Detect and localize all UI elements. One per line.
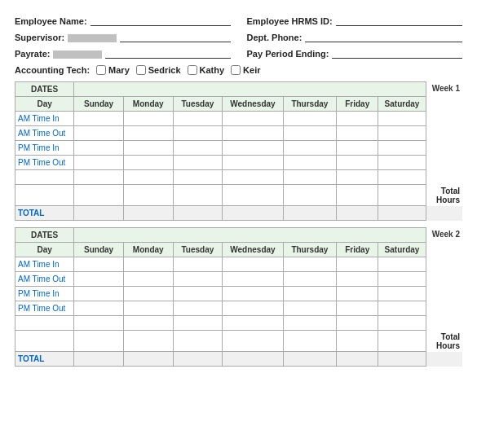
w2-total-fri[interactable] xyxy=(337,352,378,367)
w1-pmtimeout-sat[interactable] xyxy=(378,156,426,170)
w2-pmtimeout-mon[interactable] xyxy=(123,301,173,316)
w1-total-wed[interactable] xyxy=(223,206,284,221)
w1-amtimeout-thu[interactable] xyxy=(283,126,336,141)
w1-amtimein-extra xyxy=(426,112,462,126)
week2-pmtimein-row: PM Time In xyxy=(15,287,462,301)
w1-amtimein-wed[interactable] xyxy=(223,112,284,126)
w2-pmtimein-tue[interactable] xyxy=(173,287,223,301)
w1-pmtimeout-wed[interactable] xyxy=(223,156,284,170)
supervisor-field: Supervisor: xyxy=(15,31,231,44)
checkbox-sedrick-input[interactable] xyxy=(136,65,146,75)
checkbox-sedrick[interactable]: Sedrick xyxy=(136,65,181,75)
w2-amtimein-thu[interactable] xyxy=(283,257,336,272)
w1-pmtimeout-mon[interactable] xyxy=(123,156,173,170)
dept-phone-label: Dept. Phone: xyxy=(247,33,303,42)
w1-amtimein-tue[interactable] xyxy=(173,112,223,126)
employee-hrms-label: Employee HRMS ID: xyxy=(247,16,333,26)
w2-pmtimein-fri[interactable] xyxy=(337,287,378,301)
employee-hrms-field: Employee HRMS ID: xyxy=(247,15,463,28)
w1-pmtimeout-tue[interactable] xyxy=(173,156,223,170)
pay-period-label: Pay Period Ending: xyxy=(247,49,329,59)
w2-pmtimeout-tue[interactable] xyxy=(173,301,223,316)
w1-amtimeout-mon[interactable] xyxy=(123,126,173,141)
w2-total-tue[interactable] xyxy=(173,352,223,367)
w1-pmtimeout-fri[interactable] xyxy=(337,156,378,170)
week2-header-row: DATES Week 2 xyxy=(15,228,462,243)
supervisor-label: Supervisor: xyxy=(15,33,64,42)
w1-pmtimein-sat[interactable] xyxy=(378,141,426,156)
w1-total-fri[interactable] xyxy=(337,206,378,221)
w1-pmtimein-tue[interactable] xyxy=(173,141,223,156)
checkbox-mary-input[interactable] xyxy=(96,65,106,75)
w1-amtimein-thu[interactable] xyxy=(283,112,336,126)
w1-amtimeout-tue[interactable] xyxy=(173,126,223,141)
w2-total-sun[interactable] xyxy=(74,352,124,367)
w1-pmtimein-wed[interactable] xyxy=(223,141,284,156)
checkbox-kathy-label: Kathy xyxy=(200,65,225,75)
w1-amtimeout-sat[interactable] xyxy=(378,126,426,141)
w2-amtimeout-tue[interactable] xyxy=(173,272,223,287)
w2-amtimeout-fri[interactable] xyxy=(337,272,378,287)
w1-pmtimein-fri[interactable] xyxy=(337,141,378,156)
payrate-line xyxy=(105,47,230,59)
w2-amtimeout-thu[interactable] xyxy=(283,272,336,287)
w1-total-sat[interactable] xyxy=(378,206,426,221)
w2-total-wed[interactable] xyxy=(223,352,284,367)
monday-col-header: Monday xyxy=(123,97,173,112)
w2-amtimein-sat[interactable] xyxy=(378,257,426,272)
w2-friday-col-header: Friday xyxy=(337,243,378,257)
w2-pmtimeout-wed[interactable] xyxy=(223,301,284,316)
w1-amtimein-mon[interactable] xyxy=(123,112,173,126)
w2-pmtimeout-fri[interactable] xyxy=(337,301,378,316)
w2-amtimeout-sun[interactable] xyxy=(74,272,124,287)
w1-pmtimein-mon[interactable] xyxy=(123,141,173,156)
w2-total-mon[interactable] xyxy=(123,352,173,367)
w2-amtimeout-wed[interactable] xyxy=(223,272,284,287)
week2-label: Week 2 xyxy=(426,228,462,243)
checkbox-kathy[interactable]: Kathy xyxy=(188,65,225,75)
w2-pmtimein-mon[interactable] xyxy=(123,287,173,301)
w2-amtimein-wed[interactable] xyxy=(223,257,284,272)
week2-extra-row1 xyxy=(15,316,462,331)
w1-pmtimein-thu[interactable] xyxy=(283,141,336,156)
w1-total-tue[interactable] xyxy=(173,206,223,221)
w1-amtimeout-wed[interactable] xyxy=(223,126,284,141)
w1-amtimeout-sun[interactable] xyxy=(74,126,124,141)
w2-amtimeout-sat[interactable] xyxy=(378,272,426,287)
w2-amtimein-sun[interactable] xyxy=(74,257,124,272)
week1-pmtimein-row: PM Time In xyxy=(15,141,462,156)
checkbox-keir[interactable]: Keir xyxy=(231,65,260,75)
w1-amtimein-sat[interactable] xyxy=(378,112,426,126)
w2-amtimein-mon[interactable] xyxy=(123,257,173,272)
w1-pmtimein-sun[interactable] xyxy=(74,141,124,156)
w2-sunday-col-header: Sunday xyxy=(74,243,124,257)
w2-amtimein-tue[interactable] xyxy=(173,257,223,272)
w2-amtimeout-mon[interactable] xyxy=(123,272,173,287)
w1-total-sun[interactable] xyxy=(74,206,124,221)
w1-amtimein-fri[interactable] xyxy=(337,112,378,126)
checkbox-kathy-input[interactable] xyxy=(188,65,197,75)
w2-total-thu[interactable] xyxy=(283,352,336,367)
w1-pmtimeout-thu[interactable] xyxy=(283,156,336,170)
w2-pmtimeout-sun[interactable] xyxy=(74,301,124,316)
w1-total-thu[interactable] xyxy=(283,206,336,221)
w1-total-mon[interactable] xyxy=(123,206,173,221)
w2-pmtimein-thu[interactable] xyxy=(283,287,336,301)
w2-total-sat[interactable] xyxy=(378,352,426,367)
checkbox-mary[interactable]: Mary xyxy=(96,65,130,75)
week1-table: DATES Week 1 Day Sunday Monday Tuesday W… xyxy=(15,81,462,221)
w2-pmtimein-sat[interactable] xyxy=(378,287,426,301)
w2-pmtimein-wed[interactable] xyxy=(223,287,284,301)
w2-pmtimein-sun[interactable] xyxy=(74,287,124,301)
w2-pmtimeout-sat[interactable] xyxy=(378,301,426,316)
w2-amtimein-fri[interactable] xyxy=(337,257,378,272)
w1-amtimein-sun[interactable] xyxy=(74,112,124,126)
w2-pmtimeout-thu[interactable] xyxy=(283,301,336,316)
week1-amtimeout-row: AM Time Out xyxy=(15,126,462,141)
w1-pmtimeout-sun[interactable] xyxy=(74,156,124,170)
w2-thursday-col-header: Thursday xyxy=(283,243,336,257)
w1-amtimeout-fri[interactable] xyxy=(337,126,378,141)
week1-pmtimeout-label: PM Time Out xyxy=(15,156,74,170)
pay-period-line xyxy=(332,47,462,59)
checkbox-keir-input[interactable] xyxy=(231,65,241,75)
